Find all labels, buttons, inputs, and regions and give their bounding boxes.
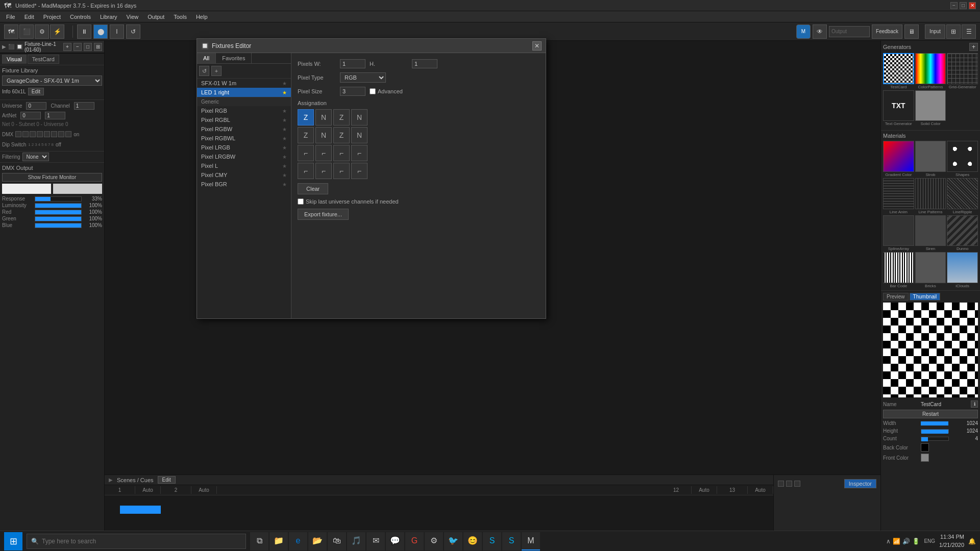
menu-tools[interactable]: Tools bbox=[169, 13, 191, 21]
mat-siren[interactable]: Siren bbox=[915, 215, 946, 252]
generator-solid[interactable]: Solid Color bbox=[915, 90, 946, 127]
mat-barcode[interactable]: Bar Code bbox=[883, 252, 914, 288]
fixture-pixel-lrgb[interactable]: Pixel LRGB ★ bbox=[197, 143, 291, 152]
fixture-item-sfx[interactable]: SFX-01 W 1m ★ bbox=[197, 79, 291, 88]
mat-line-ripple[interactable]: LineRipple bbox=[947, 178, 978, 214]
edit-scene-btn[interactable]: Edit bbox=[158, 476, 176, 484]
loop-button[interactable]: ↺ bbox=[126, 24, 140, 39]
layer-settings-btn[interactable]: □ bbox=[84, 43, 92, 51]
assign-btn-12[interactable]: ⌐ bbox=[351, 145, 368, 161]
width-slider-bg[interactable] bbox=[921, 421, 948, 425]
dip-4[interactable] bbox=[37, 131, 43, 137]
pixel-rgb-star[interactable]: ★ bbox=[282, 108, 287, 114]
mat-bricks[interactable]: Bricks bbox=[915, 252, 946, 288]
assign-btn-3[interactable]: Z bbox=[333, 109, 350, 126]
mat-spline[interactable]: SplineArray bbox=[883, 215, 914, 252]
assign-btn-7[interactable]: Z bbox=[333, 127, 350, 143]
scenes-expand-icon[interactable]: ▶ bbox=[109, 477, 113, 483]
dip-2[interactable] bbox=[22, 131, 29, 137]
taskbar-store[interactable]: 🛍 bbox=[328, 532, 346, 550]
menu-controls[interactable]: Controls bbox=[66, 13, 95, 21]
pixel-type-select[interactable]: RGB bbox=[340, 72, 386, 83]
fixture-pixel-lrgbw[interactable]: Pixel LRGBW ★ bbox=[197, 152, 291, 161]
taskbar-madmapper[interactable]: M bbox=[522, 532, 540, 550]
step-button[interactable]: I bbox=[110, 24, 124, 39]
pixel-lrgbw-star[interactable]: ★ bbox=[282, 154, 287, 160]
monitor-icon[interactable]: 🖥 bbox=[904, 24, 919, 39]
toggle-btn-2[interactable] bbox=[786, 481, 792, 487]
pixel-l-star[interactable]: ★ bbox=[282, 163, 287, 169]
fixtures-editor-close-btn[interactable]: ✕ bbox=[532, 41, 542, 51]
menu-file[interactable]: File bbox=[2, 13, 19, 21]
menu-help[interactable]: Help bbox=[192, 13, 212, 21]
tab-preview[interactable]: Preview bbox=[883, 293, 909, 300]
assign-btn-15[interactable]: ⌐ bbox=[333, 163, 350, 179]
dip-5[interactable] bbox=[44, 131, 50, 137]
pixel-rgbw-star[interactable]: ★ bbox=[282, 127, 287, 132]
dip-8[interactable] bbox=[65, 131, 71, 137]
tray-up-arrow[interactable]: ∧ bbox=[886, 538, 891, 545]
search-input[interactable] bbox=[42, 538, 241, 545]
generator-colorpatterns[interactable]: ColorPatterns bbox=[915, 53, 946, 89]
taskbar-bird[interactable]: 🐦 bbox=[444, 532, 462, 550]
start-button[interactable]: ⊞ bbox=[4, 532, 22, 550]
green-bar[interactable] bbox=[35, 216, 82, 221]
pixels-h-input[interactable] bbox=[412, 59, 437, 68]
ftab-icon-refresh[interactable]: ↺ bbox=[199, 66, 209, 76]
taskbar-whatsapp[interactable]: 💬 bbox=[386, 532, 404, 550]
export-fixture-btn[interactable]: Export fixture... bbox=[298, 209, 349, 220]
show-fixture-monitor-btn[interactable]: Show Fixture Monitor bbox=[2, 173, 102, 182]
channel-input[interactable] bbox=[74, 102, 94, 110]
mat-iclouds[interactable]: iClouds bbox=[947, 252, 978, 288]
mat-strob[interactable]: Strob bbox=[915, 141, 946, 177]
taskbar-edge[interactable]: e bbox=[289, 532, 307, 550]
generator-text[interactable]: TXT Text Generator bbox=[883, 90, 914, 127]
notification-icon[interactable]: 🔔 bbox=[968, 538, 976, 545]
assign-btn-1[interactable]: Z bbox=[298, 109, 314, 126]
menu-output[interactable]: Output bbox=[143, 13, 168, 21]
universe-input[interactable] bbox=[26, 102, 46, 110]
assign-btn-5[interactable]: Z bbox=[298, 127, 314, 143]
fixture-select[interactable]: GarageCube - SFX-01 W 1m bbox=[2, 76, 102, 86]
dip-1[interactable] bbox=[15, 131, 21, 137]
info-icon[interactable]: ℹ bbox=[971, 400, 978, 408]
taskbar-search-box[interactable]: 🔍 bbox=[27, 534, 246, 549]
taskbar-skype2[interactable]: S bbox=[502, 532, 521, 550]
fixture-led-star[interactable]: ★ bbox=[282, 90, 287, 95]
count-slider-bg[interactable] bbox=[921, 437, 949, 441]
tab-thumbnail[interactable]: Thumbnail bbox=[910, 293, 941, 300]
height-slider-bg[interactable] bbox=[921, 429, 949, 433]
fixture-item-led[interactable]: LED 1 right ★ bbox=[197, 88, 291, 97]
assign-btn-8[interactable]: N bbox=[351, 127, 368, 143]
blue-bar[interactable] bbox=[35, 223, 82, 228]
response-bar[interactable] bbox=[35, 196, 82, 202]
front-color-swatch[interactable] bbox=[921, 454, 929, 462]
fixture-pixel-cmy[interactable]: Pixel CMY ★ bbox=[197, 170, 291, 180]
assign-btn-14[interactable]: ⌐ bbox=[315, 163, 332, 179]
add-layer-btn[interactable]: + bbox=[63, 43, 71, 51]
artnet-input2[interactable] bbox=[45, 112, 65, 119]
back-color-swatch[interactable] bbox=[921, 443, 929, 452]
taskbar-mail[interactable]: ✉ bbox=[366, 532, 385, 550]
mat-dunno[interactable]: Dunno bbox=[947, 215, 978, 252]
assign-btn-16[interactable]: ⌐ bbox=[351, 163, 368, 179]
taskbar-explorer[interactable]: 📂 bbox=[308, 532, 327, 550]
menu-view[interactable]: View bbox=[122, 13, 143, 21]
pixel-bgr-star[interactable]: ★ bbox=[282, 182, 287, 187]
restart-btn[interactable]: Restart bbox=[883, 410, 978, 418]
assign-btn-10[interactable]: ⌐ bbox=[315, 145, 332, 161]
toggle-btn-1[interactable] bbox=[778, 481, 784, 487]
generator-grid[interactable]: Grid-Generator bbox=[947, 53, 978, 89]
taskbar-files[interactable]: 📁 bbox=[270, 532, 288, 550]
pixel-rgbl-star[interactable]: ★ bbox=[282, 117, 287, 123]
assign-btn-4[interactable]: N bbox=[351, 109, 368, 126]
fixture-pixel-rgbw[interactable]: Pixel RGBW ★ bbox=[197, 124, 291, 134]
red-bar[interactable] bbox=[35, 210, 82, 215]
close-button[interactable]: ✕ bbox=[969, 2, 976, 9]
taskbar-chrome[interactable]: G bbox=[405, 532, 424, 550]
inspector-btn[interactable]: Inspector bbox=[844, 479, 876, 488]
pause-button[interactable]: ⏸ bbox=[77, 24, 91, 39]
minimize-button[interactable]: − bbox=[950, 2, 958, 9]
artnet-input[interactable] bbox=[20, 112, 41, 119]
tray-wifi[interactable]: 📶 bbox=[893, 538, 900, 545]
